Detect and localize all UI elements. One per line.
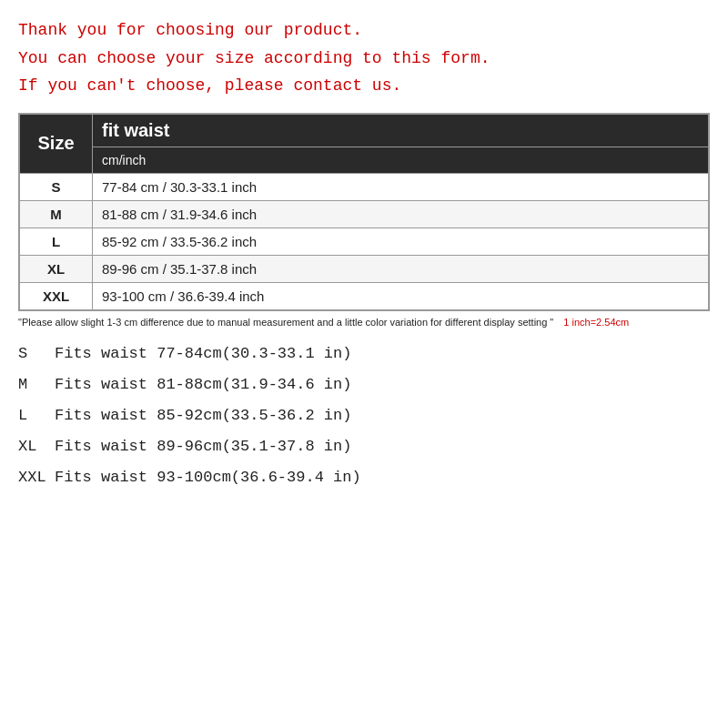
list-item-size: L bbox=[18, 400, 55, 431]
size-list: SFits waist 77-84cm(30.3-33.1 in)MFits w… bbox=[18, 339, 710, 493]
intro-line-3: If you can't choose, please contact us. bbox=[18, 72, 710, 100]
intro-line-2: You can choose your size according to th… bbox=[18, 45, 710, 73]
table-row: XXL93-100 cm / 36.6-39.4 inch bbox=[20, 282, 709, 309]
size-table: Size fit waist cm/inch S77-84 cm / 30.3-… bbox=[19, 114, 709, 310]
table-row: M81-88 cm / 31.9-34.6 inch bbox=[20, 200, 709, 228]
list-item-size: M bbox=[18, 369, 55, 400]
list-item-size: XL bbox=[18, 431, 55, 462]
table-subheader-row: cm/inch bbox=[20, 147, 709, 173]
intro-text: Thank you for choosing our product. You … bbox=[18, 16, 710, 100]
measurement-cell: 93-100 cm / 36.6-39.4 inch bbox=[93, 282, 709, 309]
unit-subheader: cm/inch bbox=[93, 147, 709, 173]
waist-column-header: fit waist bbox=[93, 114, 709, 147]
list-item: LFits waist 85-92cm(33.5-36.2 in) bbox=[18, 400, 710, 431]
measurement-cell: 81-88 cm / 31.9-34.6 inch bbox=[93, 200, 709, 228]
size-table-wrapper: Size fit waist cm/inch S77-84 cm / 30.3-… bbox=[18, 113, 710, 311]
list-item-description: Fits waist 77-84cm(30.3-33.1 in) bbox=[55, 339, 351, 369]
list-item: XXLFits waist 93-100cm(36.6-39.4 in) bbox=[18, 462, 710, 493]
list-item: XLFits waist 89-96cm(35.1-37.8 in) bbox=[18, 431, 710, 462]
page-container: Thank you for choosing our product. You … bbox=[0, 0, 728, 728]
table-row: S77-84 cm / 30.3-33.1 inch bbox=[20, 173, 709, 200]
measurement-cell: 85-92 cm / 33.5-36.2 inch bbox=[93, 228, 709, 255]
size-cell: S bbox=[20, 173, 93, 200]
size-cell: XL bbox=[20, 255, 93, 282]
list-item: SFits waist 77-84cm(30.3-33.1 in) bbox=[18, 339, 710, 369]
intro-line-1: Thank you for choosing our product. bbox=[18, 16, 710, 45]
size-cell: M bbox=[20, 200, 93, 228]
table-row: XL89-96 cm / 35.1-37.8 inch bbox=[20, 255, 709, 282]
size-cell: L bbox=[20, 228, 93, 255]
measurement-cell: 89-96 cm / 35.1-37.8 inch bbox=[93, 255, 709, 282]
disclaimer-text: "Please allow slight 1-3 cm difference d… bbox=[18, 317, 553, 328]
table-body: S77-84 cm / 30.3-33.1 inchM81-88 cm / 31… bbox=[20, 173, 709, 309]
measurement-cell: 77-84 cm / 30.3-33.1 inch bbox=[93, 173, 709, 200]
list-item-size: XXL bbox=[18, 462, 55, 493]
list-item-description: Fits waist 93-100cm(36.6-39.4 in) bbox=[55, 462, 361, 493]
list-item: MFits waist 81-88cm(31.9-34.6 in) bbox=[18, 369, 710, 400]
inch-note: 1 inch=2.54cm bbox=[563, 317, 629, 328]
disclaimer: "Please allow slight 1-3 cm difference d… bbox=[18, 317, 710, 328]
list-item-description: Fits waist 89-96cm(35.1-37.8 in) bbox=[55, 431, 351, 462]
size-column-header: Size bbox=[20, 114, 93, 173]
list-item-description: Fits waist 81-88cm(31.9-34.6 in) bbox=[55, 369, 351, 400]
size-cell: XXL bbox=[20, 282, 93, 309]
list-item-size: S bbox=[18, 339, 55, 369]
table-row: L85-92 cm / 33.5-36.2 inch bbox=[20, 228, 709, 255]
list-item-description: Fits waist 85-92cm(33.5-36.2 in) bbox=[55, 400, 351, 431]
table-header-row: Size fit waist bbox=[20, 114, 709, 147]
